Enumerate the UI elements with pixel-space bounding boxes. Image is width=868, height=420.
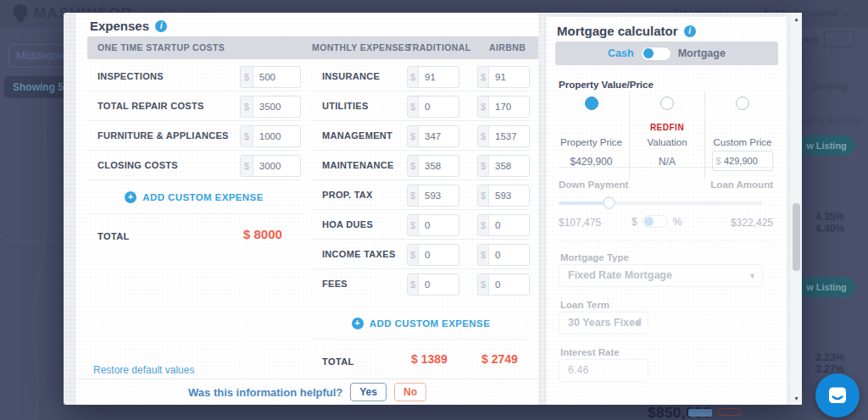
custom-price-radio[interactable] (736, 97, 749, 110)
mortgage-type-select[interactable]: Fixed Rate Mortgage ▾ (559, 264, 763, 287)
utilities-airbnb-value[interactable] (489, 97, 529, 117)
add-custom-expense-button[interactable]: + ADD CUSTOM EXPENSE (312, 307, 530, 340)
redfin-valuation-radio[interactable] (660, 97, 674, 110)
scroll-up-icon[interactable]: ▴ (790, 15, 803, 23)
income-tax-airbnb-input[interactable]: $ (477, 244, 530, 266)
dollar-prefix: $ (478, 274, 489, 295)
new-listing-button[interactable]: w Listing (798, 277, 855, 297)
table-row: UTILITIES $ $ (312, 91, 530, 121)
utilities-traditional-value[interactable] (419, 97, 459, 117)
income-tax-traditional-value[interactable] (419, 245, 459, 265)
listing-chip-blue (688, 409, 712, 417)
fees-traditional-value[interactable] (419, 274, 459, 295)
column-header-traditional: TRADITIONAL (407, 42, 471, 52)
modal-scrollbar[interactable]: ▴ ▾ (789, 13, 802, 405)
repair-costs-value[interactable] (253, 97, 300, 117)
custom-price-input[interactable]: $ 429,900 (712, 151, 773, 171)
chat-launcher-button[interactable] (815, 373, 860, 417)
sorting-label[interactable]: Sorting (812, 80, 848, 92)
fees-airbnb-value[interactable] (489, 274, 529, 295)
closing-costs-input[interactable]: $ (240, 155, 301, 177)
property-price-radio[interactable] (585, 97, 598, 110)
loan-amount-value: $322,425 (731, 217, 773, 229)
insurance-traditional-value[interactable] (419, 67, 459, 87)
add-custom-expense-button[interactable]: + ADD CUSTOM EXPENSE (87, 180, 301, 214)
table-row: INSPECTIONS $ (87, 62, 301, 91)
fees-traditional-input[interactable]: $ (407, 274, 459, 296)
monthly-total-label: TOTAL (322, 356, 354, 367)
hoa-traditional-input[interactable]: $ (407, 214, 459, 236)
mortgage-label[interactable]: Mortgage (678, 47, 726, 59)
dollar-prefix: $ (408, 274, 419, 295)
restore-defaults-link[interactable]: Restore default values (93, 364, 194, 376)
cash-label[interactable]: Cash (608, 47, 634, 59)
inspections-value[interactable] (253, 67, 300, 87)
maintenance-traditional-input[interactable]: $ (407, 155, 459, 177)
maintenance-airbnb-value[interactable] (489, 156, 529, 176)
interest-rate-input[interactable]: 6.46 (559, 359, 648, 382)
income-tax-airbnb-value[interactable] (489, 245, 529, 265)
maintenance-traditional-value[interactable] (419, 156, 459, 176)
cash-mortgage-switch[interactable] (641, 47, 671, 61)
feedback-no-button[interactable]: No (394, 383, 426, 401)
management-traditional-value[interactable] (419, 126, 459, 146)
furniture-input[interactable]: $ (240, 125, 301, 147)
hoa-airbnb-input[interactable]: $ (477, 214, 530, 236)
scroll-down-icon[interactable]: ▾ (790, 395, 803, 402)
table-row: FURNITURE & APPLIANCES $ (87, 121, 301, 151)
mashvisor-pin-icon (12, 3, 29, 24)
switch-knob (644, 217, 654, 226)
dollar-percent-switch[interactable] (643, 215, 668, 228)
expenses-modal: Expenses i ONE TIME STARTUP COSTS MONTHL… (64, 13, 802, 405)
prop-tax-airbnb-input[interactable]: $ (477, 185, 530, 207)
maintenance-airbnb-input[interactable]: $ (477, 155, 530, 177)
prop-tax-airbnb-value[interactable] (489, 185, 529, 206)
prop-tax-traditional-input[interactable]: $ (407, 185, 459, 207)
dollar-prefix: $ (408, 215, 419, 235)
percent-label[interactable]: % (673, 216, 682, 228)
insurance-airbnb-value[interactable] (489, 67, 529, 87)
expenses-panel: Expenses i ONE TIME STARTUP COSTS MONTHL… (76, 13, 538, 405)
prop-tax-traditional-value[interactable] (419, 185, 459, 206)
utilities-airbnb-input[interactable]: $ (477, 96, 530, 118)
table-row: MAINTENANCE $ $ (312, 151, 530, 180)
new-listing-button[interactable]: w Listing (798, 135, 855, 156)
feedback-yes-button[interactable]: Yes (350, 383, 387, 401)
loan-term-select[interactable]: 30 Years Fixed ▾ (559, 312, 648, 334)
dollar-prefix: $ (478, 245, 489, 265)
management-airbnb-input[interactable]: $ (477, 125, 530, 147)
info-icon[interactable]: i (684, 25, 696, 37)
fees-airbnb-input[interactable]: $ (477, 274, 530, 296)
loan-amount-label: Loan Amount (710, 180, 773, 190)
closing-costs-value[interactable] (253, 156, 300, 176)
switch-knob (643, 48, 654, 58)
scrollbar-thumb[interactable] (793, 203, 800, 271)
insurance-traditional-input[interactable]: $ (407, 66, 459, 88)
rate-value: 4.40% (815, 223, 844, 235)
furniture-value[interactable] (253, 126, 300, 146)
option-property-price: Property Price $429,900 (554, 91, 629, 178)
dollar-prefix: $ (241, 97, 253, 117)
add-icon: + (352, 318, 364, 329)
slider-handle[interactable] (603, 196, 615, 209)
inspections-input[interactable]: $ (240, 66, 301, 88)
management-airbnb-value[interactable] (489, 126, 529, 146)
mortgage-calculator-panel: Mortgage calculator i Cash Mortgage Prop… (547, 17, 787, 405)
dollar-prefix: $ (241, 126, 253, 146)
management-traditional-input[interactable]: $ (407, 125, 459, 147)
bg-count-value[interactable]: 500 (824, 31, 854, 47)
down-payment-amount: $107,475 (559, 217, 601, 229)
utilities-traditional-input[interactable]: $ (407, 96, 459, 118)
startup-total-label: TOTAL (97, 231, 130, 241)
hoa-traditional-value[interactable] (419, 215, 459, 235)
dollar-label[interactable]: $ (632, 216, 637, 228)
income-tax-traditional-input[interactable]: $ (407, 244, 459, 266)
insurance-airbnb-input[interactable]: $ (477, 66, 530, 88)
monthly-total-traditional: $ 1389 (411, 352, 448, 366)
info-icon[interactable]: i (155, 20, 167, 32)
dollar-prefix: $ (478, 67, 489, 87)
hoa-airbnb-value[interactable] (489, 215, 529, 235)
repair-costs-input[interactable]: $ (240, 96, 301, 118)
option-custom-price: Custom Price $ 429,900 (704, 91, 780, 178)
down-payment-slider[interactable] (559, 202, 763, 205)
